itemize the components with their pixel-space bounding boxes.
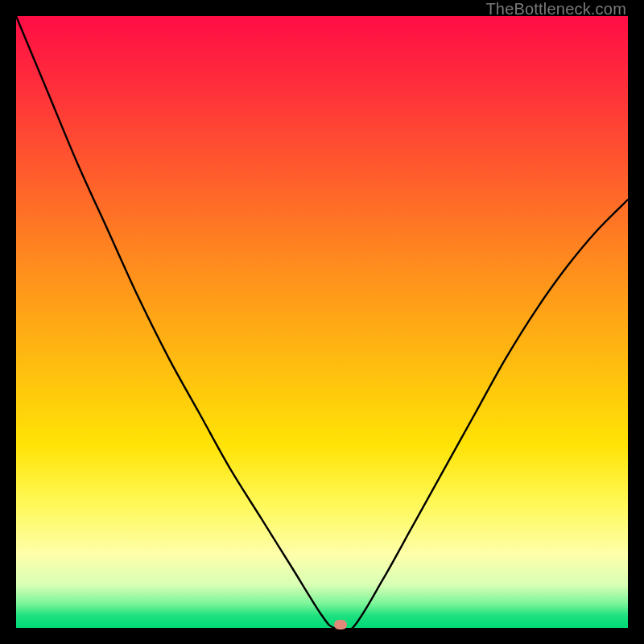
bottleneck-curve: [16, 16, 628, 628]
plot-area: [16, 16, 628, 628]
curve-path: [16, 16, 628, 632]
chart-frame: TheBottleneck.com: [0, 0, 644, 644]
optimal-marker: [334, 620, 347, 630]
